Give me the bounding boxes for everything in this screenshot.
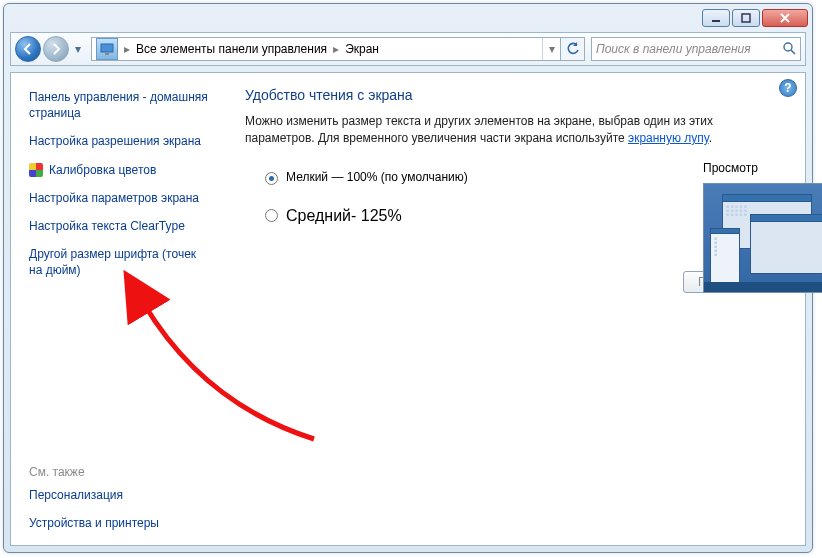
preview-label: Просмотр xyxy=(703,161,822,175)
magnifier-link[interactable]: экранную лупу xyxy=(628,131,709,145)
chevron-right-icon: ▸ xyxy=(122,42,132,56)
svg-line-5 xyxy=(791,50,795,54)
main-panel: ? Удобство чтения с экрана Можно изменит… xyxy=(223,73,805,545)
breadcrumb-dropdown[interactable]: ▾ xyxy=(542,38,560,60)
titlebar xyxy=(4,4,812,32)
sidebar-item-color-calibration[interactable]: Калибровка цветов xyxy=(29,162,211,178)
page-title: Удобство чтения с экрана xyxy=(245,87,785,103)
refresh-button[interactable] xyxy=(560,38,584,60)
preview-thumbnail: ■ ■ ■ ■ ■■ ■ ■ ■ ■■ ■ ■ ■ ■ ■■■■■ xyxy=(703,183,822,293)
option-label: Мелкий — 100% (по умолчанию) xyxy=(286,170,468,184)
address-bar[interactable]: ▸ Все элементы панели управления ▸ Экран… xyxy=(91,37,585,61)
maximize-button[interactable] xyxy=(732,9,760,27)
sidebar-item-display-settings[interactable]: Настройка параметров экрана xyxy=(29,190,211,206)
shield-icon xyxy=(29,163,43,177)
close-button[interactable] xyxy=(762,9,808,27)
back-button[interactable] xyxy=(15,36,41,62)
chevron-right-icon: ▸ xyxy=(331,42,341,56)
svg-point-4 xyxy=(784,43,792,51)
minimize-button[interactable] xyxy=(702,9,730,27)
sidebar: Панель управления - домашняя страница На… xyxy=(11,73,223,545)
svg-rect-3 xyxy=(105,53,109,55)
search-icon xyxy=(782,41,796,58)
breadcrumb-leaf[interactable]: Экран xyxy=(341,42,383,56)
svg-rect-2 xyxy=(101,44,113,52)
radio-icon xyxy=(265,209,278,222)
forward-button[interactable] xyxy=(43,36,69,62)
radio-icon xyxy=(265,172,278,185)
sidebar-item-home[interactable]: Панель управления - домашняя страница xyxy=(29,89,211,121)
svg-rect-0 xyxy=(712,20,720,22)
toolbar: ▾ ▸ Все элементы панели управления ▸ Экр… xyxy=(10,32,806,66)
search-placeholder: Поиск в панели управления xyxy=(596,42,751,56)
control-panel-window: ▾ ▸ Все элементы панели управления ▸ Экр… xyxy=(3,3,813,553)
breadcrumb-root[interactable]: Все элементы панели управления xyxy=(132,42,331,56)
help-icon[interactable]: ? xyxy=(779,79,797,97)
monitor-icon xyxy=(96,38,118,60)
sidebar-item-resolution[interactable]: Настройка разрешения экрана xyxy=(29,133,211,149)
sidebar-seealso-personalization[interactable]: Персонализация xyxy=(29,487,211,503)
sidebar-seealso-devices[interactable]: Устройства и принтеры xyxy=(29,515,211,531)
page-description: Можно изменить размер текста и других эл… xyxy=(245,113,785,148)
client-area: Панель управления - домашняя страница На… xyxy=(10,72,806,546)
option-label: Средний- 125% xyxy=(286,207,402,225)
see-also-heading: См. также xyxy=(29,465,211,479)
preview-section: Просмотр ■ ■ ■ ■ ■■ ■ ■ ■ ■■ ■ ■ ■ ■ ■■■… xyxy=(703,161,822,293)
sidebar-item-cleartype[interactable]: Настройка текста ClearType xyxy=(29,218,211,234)
search-input[interactable]: Поиск в панели управления xyxy=(591,37,801,61)
sidebar-item-dpi[interactable]: Другой размер шрифта (точек на дюйм) xyxy=(29,246,211,278)
svg-rect-1 xyxy=(742,14,750,22)
history-dropdown[interactable]: ▾ xyxy=(71,36,85,62)
